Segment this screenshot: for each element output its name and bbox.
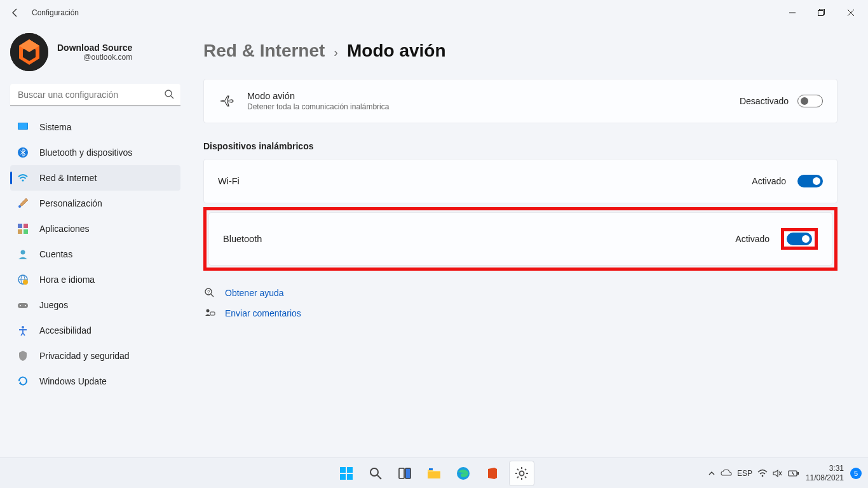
tray-lang[interactable]: ESP (737, 469, 752, 478)
help-icon: ? (203, 287, 216, 299)
svg-line-10 (171, 96, 173, 98)
edge-button[interactable] (451, 461, 476, 486)
svg-rect-25 (18, 303, 28, 308)
tray-onedrive-icon[interactable] (721, 469, 732, 478)
bluetooth-toggle[interactable] (787, 233, 812, 245)
start-button[interactable] (334, 461, 359, 486)
maximize-button[interactable] (807, 0, 836, 25)
breadcrumb-parent[interactable]: Red & Internet (203, 41, 325, 61)
svg-point-9 (165, 90, 172, 97)
wireless-devices-heading: Dispositivos inalámbricos (203, 141, 837, 151)
sidebar-item-personalizacion[interactable]: Personalización (10, 191, 180, 216)
brush-icon (17, 197, 29, 210)
taskbar-search-button[interactable] (363, 461, 388, 486)
sidebar-item-cuentas[interactable]: Cuentas (10, 241, 180, 267)
accessibility-icon (17, 324, 29, 337)
back-button[interactable] (3, 0, 28, 25)
close-button[interactable] (836, 0, 865, 25)
person-icon (17, 248, 29, 261)
sidebar-item-label: Hora e idioma (39, 274, 95, 285)
minimize-button[interactable] (778, 0, 807, 25)
svg-line-52 (525, 477, 526, 478)
sidebar-item-label: Personalización (39, 198, 102, 208)
bluetooth-setting-row[interactable]: Bluetooth Activado (208, 212, 832, 266)
svg-point-24 (23, 280, 28, 285)
settings-button[interactable] (509, 461, 534, 486)
bluetooth-toggle-highlight (781, 228, 818, 250)
taskbar-clock[interactable]: 3:31 11/08/2021 (806, 464, 844, 482)
sidebar-item-red-internet[interactable]: Red & Internet (10, 165, 180, 191)
page-title: Modo avión (347, 41, 446, 61)
office-button[interactable] (480, 461, 505, 486)
sidebar-item-accesibilidad[interactable]: Accesibilidad (10, 318, 180, 343)
wifi-label: Wi-Fi (218, 176, 240, 186)
svg-rect-37 (340, 474, 346, 480)
profile-block[interactable]: Download Source @outlook.com (10, 33, 180, 71)
svg-rect-38 (347, 474, 353, 480)
sidebar-item-label: Privacidad y seguridad (39, 351, 130, 361)
airplane-mode-card[interactable]: Modo avión Detener toda la comunicación … (203, 79, 837, 123)
send-feedback-link[interactable]: Enviar comentarios (225, 308, 301, 318)
svg-point-28 (22, 326, 24, 329)
search-box[interactable] (10, 84, 180, 105)
svg-point-26 (20, 305, 21, 306)
wifi-setting-row[interactable]: Wi-Fi Activado (203, 159, 837, 203)
airplane-mode-title: Modo avión (247, 91, 389, 101)
window-title: Configuración (32, 8, 79, 17)
file-explorer-button[interactable] (421, 461, 447, 486)
svg-rect-44 (429, 468, 433, 470)
svg-point-46 (520, 471, 524, 475)
breadcrumb: Red & Internet › Modo avión (203, 41, 837, 61)
sidebar-item-privacidad-seguridad[interactable]: Privacidad y seguridad (10, 343, 180, 369)
search-icon (164, 89, 174, 99)
apps-icon (17, 222, 29, 235)
sidebar-item-bluetooth-dispositivos[interactable]: Bluetooth y dispositivos (10, 140, 180, 165)
sidebar-item-windows-update[interactable]: Windows Update (10, 369, 180, 394)
airplane-mode-status: Desactivado (740, 96, 789, 106)
svg-line-40 (377, 475, 381, 479)
monitor-icon (17, 121, 29, 133)
get-help-link[interactable]: Obtener ayuda (225, 288, 284, 298)
bluetooth-status: Activado (735, 234, 770, 244)
sidebar-item-aplicaciones[interactable]: Aplicaciones (10, 216, 180, 241)
svg-rect-12 (18, 123, 27, 129)
tray-wifi-icon[interactable] (757, 469, 768, 478)
svg-point-39 (370, 468, 378, 476)
sidebar-item-label: Juegos (39, 300, 68, 310)
bluetooth-label: Bluetooth (223, 234, 262, 244)
airplane-mode-toggle[interactable] (797, 95, 823, 107)
svg-rect-59 (797, 472, 799, 475)
notifications-badge[interactable]: 5 (850, 468, 862, 479)
sidebar-item-juegos[interactable]: Juegos (10, 292, 180, 318)
svg-rect-34 (210, 312, 215, 315)
globe-clock-icon (17, 273, 29, 286)
svg-point-33 (207, 309, 210, 313)
help-link-row: ? Obtener ayuda (203, 287, 837, 299)
svg-line-53 (517, 477, 519, 478)
tray-battery-icon[interactable] (788, 470, 799, 477)
svg-line-31 (211, 294, 214, 297)
svg-point-20 (21, 250, 25, 255)
taskbar: ESP 3:31 11/08/2021 5 (0, 458, 868, 488)
sidebar-item-hora-idioma[interactable]: Hora e idioma (10, 267, 180, 292)
tray-chevron-icon[interactable] (708, 470, 715, 477)
wifi-toggle[interactable] (797, 175, 823, 187)
feedback-link-row: Enviar comentarios (203, 308, 837, 319)
svg-point-27 (25, 305, 26, 306)
task-view-button[interactable] (392, 461, 417, 486)
svg-rect-41 (399, 468, 404, 478)
sidebar-item-label: Windows Update (39, 376, 107, 386)
sidebar-item-label: Bluetooth y dispositivos (39, 147, 132, 158)
svg-marker-29 (19, 381, 22, 384)
search-input[interactable] (10, 84, 180, 105)
svg-point-55 (762, 475, 764, 477)
sidebar-item-sistema[interactable]: Sistema (10, 114, 180, 140)
svg-rect-2 (818, 11, 824, 16)
sidebar-nav: Sistema Bluetooth y dispositivos Red & I… (10, 114, 180, 394)
sidebar-item-label: Cuentas (39, 249, 72, 259)
svg-rect-43 (428, 472, 440, 478)
tray-volume-icon[interactable] (773, 469, 783, 478)
airplane-mode-subtitle: Detener toda la comunicación inalámbrica (247, 102, 389, 111)
wifi-icon (17, 172, 29, 184)
svg-rect-18 (18, 229, 22, 234)
